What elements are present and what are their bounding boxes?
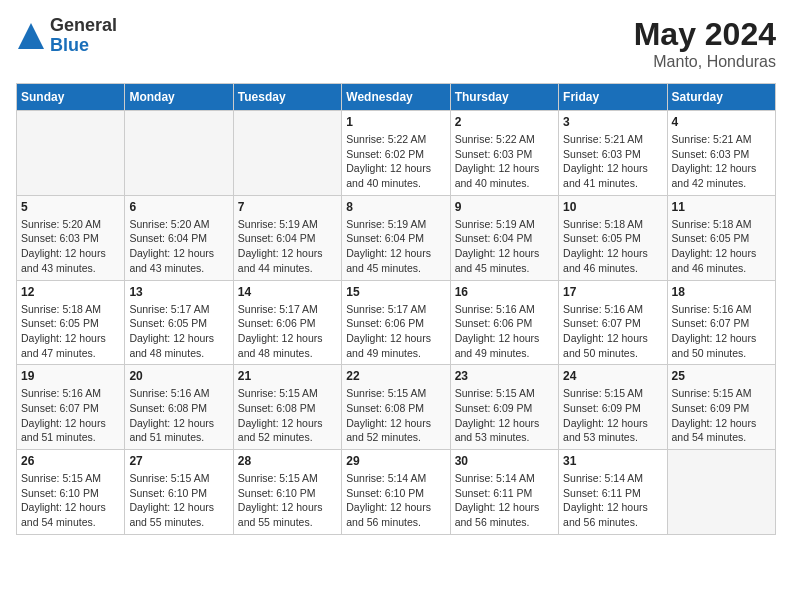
day-number: 23 [455,369,554,383]
table-row: 12Sunrise: 5:18 AM Sunset: 6:05 PM Dayli… [17,280,125,365]
table-row: 6Sunrise: 5:20 AM Sunset: 6:04 PM Daylig… [125,195,233,280]
table-row: 31Sunrise: 5:14 AM Sunset: 6:11 PM Dayli… [559,450,667,535]
calendar-week-row: 19Sunrise: 5:16 AM Sunset: 6:07 PM Dayli… [17,365,776,450]
day-info: Sunrise: 5:15 AM Sunset: 6:08 PM Dayligh… [346,386,445,445]
table-row: 1Sunrise: 5:22 AM Sunset: 6:02 PM Daylig… [342,111,450,196]
day-info: Sunrise: 5:14 AM Sunset: 6:11 PM Dayligh… [563,471,662,530]
day-info: Sunrise: 5:19 AM Sunset: 6:04 PM Dayligh… [346,217,445,276]
day-number: 27 [129,454,228,468]
day-info: Sunrise: 5:15 AM Sunset: 6:08 PM Dayligh… [238,386,337,445]
header-friday: Friday [559,84,667,111]
day-number: 24 [563,369,662,383]
day-info: Sunrise: 5:15 AM Sunset: 6:09 PM Dayligh… [672,386,771,445]
calendar-location: Manto, Honduras [634,53,776,71]
header-wednesday: Wednesday [342,84,450,111]
day-info: Sunrise: 5:16 AM Sunset: 6:07 PM Dayligh… [672,302,771,361]
table-row: 20Sunrise: 5:16 AM Sunset: 6:08 PM Dayli… [125,365,233,450]
header-saturday: Saturday [667,84,775,111]
day-number: 12 [21,285,120,299]
day-number: 18 [672,285,771,299]
header-thursday: Thursday [450,84,558,111]
table-row: 22Sunrise: 5:15 AM Sunset: 6:08 PM Dayli… [342,365,450,450]
day-info: Sunrise: 5:16 AM Sunset: 6:07 PM Dayligh… [21,386,120,445]
day-number: 22 [346,369,445,383]
logo-blue-text: Blue [50,36,117,56]
day-info: Sunrise: 5:17 AM Sunset: 6:05 PM Dayligh… [129,302,228,361]
table-row: 11Sunrise: 5:18 AM Sunset: 6:05 PM Dayli… [667,195,775,280]
day-info: Sunrise: 5:16 AM Sunset: 6:06 PM Dayligh… [455,302,554,361]
table-row: 15Sunrise: 5:17 AM Sunset: 6:06 PM Dayli… [342,280,450,365]
table-row: 18Sunrise: 5:16 AM Sunset: 6:07 PM Dayli… [667,280,775,365]
table-row [17,111,125,196]
day-info: Sunrise: 5:16 AM Sunset: 6:07 PM Dayligh… [563,302,662,361]
day-number: 9 [455,200,554,214]
day-info: Sunrise: 5:18 AM Sunset: 6:05 PM Dayligh… [672,217,771,276]
table-row: 10Sunrise: 5:18 AM Sunset: 6:05 PM Dayli… [559,195,667,280]
table-row: 2Sunrise: 5:22 AM Sunset: 6:03 PM Daylig… [450,111,558,196]
day-number: 14 [238,285,337,299]
day-number: 15 [346,285,445,299]
day-info: Sunrise: 5:21 AM Sunset: 6:03 PM Dayligh… [563,132,662,191]
calendar-week-row: 26Sunrise: 5:15 AM Sunset: 6:10 PM Dayli… [17,450,776,535]
day-number: 2 [455,115,554,129]
table-row: 4Sunrise: 5:21 AM Sunset: 6:03 PM Daylig… [667,111,775,196]
day-number: 5 [21,200,120,214]
day-number: 4 [672,115,771,129]
table-row: 30Sunrise: 5:14 AM Sunset: 6:11 PM Dayli… [450,450,558,535]
day-info: Sunrise: 5:22 AM Sunset: 6:03 PM Dayligh… [455,132,554,191]
table-row: 23Sunrise: 5:15 AM Sunset: 6:09 PM Dayli… [450,365,558,450]
table-row: 17Sunrise: 5:16 AM Sunset: 6:07 PM Dayli… [559,280,667,365]
day-number: 11 [672,200,771,214]
day-number: 16 [455,285,554,299]
day-info: Sunrise: 5:14 AM Sunset: 6:11 PM Dayligh… [455,471,554,530]
logo-general-text: General [50,16,117,36]
table-row: 19Sunrise: 5:16 AM Sunset: 6:07 PM Dayli… [17,365,125,450]
table-row: 27Sunrise: 5:15 AM Sunset: 6:10 PM Dayli… [125,450,233,535]
table-row: 25Sunrise: 5:15 AM Sunset: 6:09 PM Dayli… [667,365,775,450]
day-info: Sunrise: 5:19 AM Sunset: 6:04 PM Dayligh… [455,217,554,276]
day-info: Sunrise: 5:15 AM Sunset: 6:09 PM Dayligh… [563,386,662,445]
svg-marker-0 [18,23,44,49]
calendar-title: May 2024 [634,16,776,53]
day-info: Sunrise: 5:15 AM Sunset: 6:10 PM Dayligh… [129,471,228,530]
table-row: 16Sunrise: 5:16 AM Sunset: 6:06 PM Dayli… [450,280,558,365]
day-number: 31 [563,454,662,468]
day-number: 26 [21,454,120,468]
day-number: 17 [563,285,662,299]
table-row: 24Sunrise: 5:15 AM Sunset: 6:09 PM Dayli… [559,365,667,450]
day-number: 6 [129,200,228,214]
page-header: General Blue May 2024 Manto, Honduras [16,16,776,71]
table-row: 14Sunrise: 5:17 AM Sunset: 6:06 PM Dayli… [233,280,341,365]
weekday-header-row: Sunday Monday Tuesday Wednesday Thursday… [17,84,776,111]
calendar-week-row: 1Sunrise: 5:22 AM Sunset: 6:02 PM Daylig… [17,111,776,196]
table-row [667,450,775,535]
day-info: Sunrise: 5:20 AM Sunset: 6:04 PM Dayligh… [129,217,228,276]
day-info: Sunrise: 5:22 AM Sunset: 6:02 PM Dayligh… [346,132,445,191]
table-row: 7Sunrise: 5:19 AM Sunset: 6:04 PM Daylig… [233,195,341,280]
table-row [125,111,233,196]
day-info: Sunrise: 5:15 AM Sunset: 6:10 PM Dayligh… [21,471,120,530]
table-row: 9Sunrise: 5:19 AM Sunset: 6:04 PM Daylig… [450,195,558,280]
day-number: 30 [455,454,554,468]
table-row: 5Sunrise: 5:20 AM Sunset: 6:03 PM Daylig… [17,195,125,280]
day-number: 19 [21,369,120,383]
day-info: Sunrise: 5:21 AM Sunset: 6:03 PM Dayligh… [672,132,771,191]
day-info: Sunrise: 5:14 AM Sunset: 6:10 PM Dayligh… [346,471,445,530]
day-info: Sunrise: 5:19 AM Sunset: 6:04 PM Dayligh… [238,217,337,276]
day-number: 3 [563,115,662,129]
day-info: Sunrise: 5:20 AM Sunset: 6:03 PM Dayligh… [21,217,120,276]
table-row: 28Sunrise: 5:15 AM Sunset: 6:10 PM Dayli… [233,450,341,535]
title-block: May 2024 Manto, Honduras [634,16,776,71]
day-info: Sunrise: 5:15 AM Sunset: 6:09 PM Dayligh… [455,386,554,445]
header-sunday: Sunday [17,84,125,111]
calendar-table: Sunday Monday Tuesday Wednesday Thursday… [16,83,776,535]
day-number: 21 [238,369,337,383]
day-number: 25 [672,369,771,383]
day-number: 28 [238,454,337,468]
table-row: 3Sunrise: 5:21 AM Sunset: 6:03 PM Daylig… [559,111,667,196]
day-info: Sunrise: 5:18 AM Sunset: 6:05 PM Dayligh… [563,217,662,276]
day-info: Sunrise: 5:17 AM Sunset: 6:06 PM Dayligh… [346,302,445,361]
day-number: 10 [563,200,662,214]
calendar-week-row: 12Sunrise: 5:18 AM Sunset: 6:05 PM Dayli… [17,280,776,365]
day-number: 13 [129,285,228,299]
